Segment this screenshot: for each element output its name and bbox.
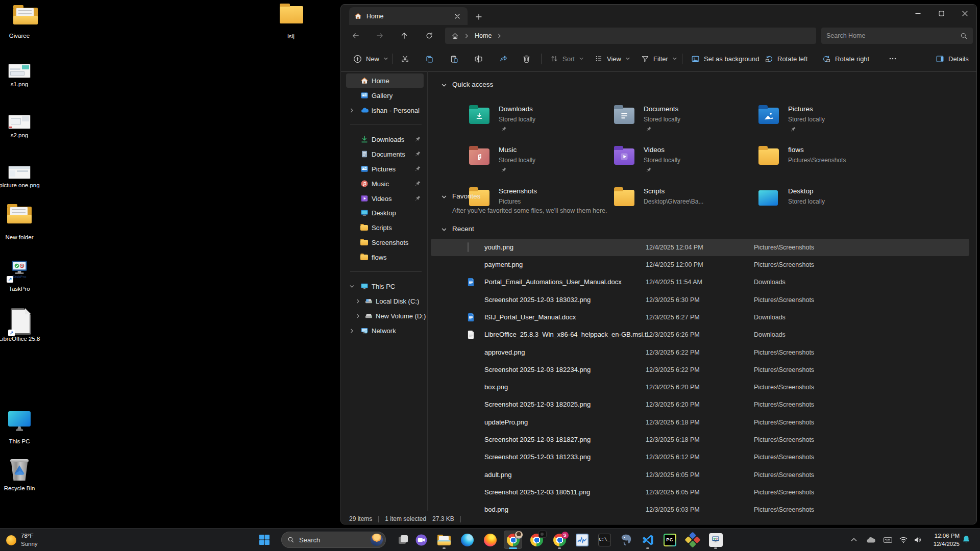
tile-flows[interactable]: flows Pictures\Screenshots <box>755 144 894 179</box>
taskbar-file-explorer[interactable] <box>435 531 453 549</box>
recent-file-row[interactable]: Screenshot 2025-12-03 183032.png 12/3/20… <box>431 291 969 309</box>
view-button[interactable]: View <box>590 50 635 67</box>
sidebar-item-local-disk-c[interactable]: Local Disk (C:) <box>346 294 424 308</box>
chevron-down-icon[interactable] <box>441 82 447 88</box>
up-button[interactable] <box>397 28 412 43</box>
sidebar-item-screenshots[interactable]: Screenshots <box>346 235 424 249</box>
back-button[interactable] <box>348 28 363 43</box>
sidebar-item-documents[interactable]: Documents <box>346 147 424 161</box>
sidebar-item-home[interactable]: Home <box>346 73 424 88</box>
explorer-tab-home[interactable]: Home <box>349 7 468 25</box>
notification-bell-icon[interactable] <box>962 535 971 544</box>
taskbar-postgresql[interactable] <box>617 531 635 549</box>
sidebar-divider[interactable] <box>427 71 428 511</box>
sidebar-item-scripts[interactable]: Scripts <box>346 220 424 235</box>
close-button[interactable] <box>953 5 976 22</box>
task-view-button[interactable] <box>394 531 412 549</box>
tab-close-button[interactable] <box>452 11 462 21</box>
search-icon[interactable] <box>960 32 968 40</box>
sidebar-item-downloads[interactable]: Downloads <box>346 132 424 146</box>
search-box[interactable]: Search Home <box>821 28 973 44</box>
taskbar-pycharm[interactable]: PC <box>660 531 679 549</box>
wifi-icon[interactable] <box>899 535 908 544</box>
sidebar-item-music[interactable]: Music <box>346 177 424 191</box>
tile-screenshots[interactable]: Screenshots Pictures <box>466 186 605 220</box>
sidebar-item-this-pc[interactable]: This PC <box>346 279 424 293</box>
new-tab-button[interactable] <box>473 11 485 23</box>
recent-file-row[interactable]: LibreOffice_25.8.3_Win_x86-64_helppack_e… <box>431 326 969 343</box>
chevron-down-icon[interactable] <box>441 227 447 233</box>
sidebar-item-flows[interactable]: flows <box>346 250 424 264</box>
sidebar-item-desktop[interactable]: Desktop <box>346 206 424 220</box>
taskbar-chat-app[interactable] <box>412 531 430 549</box>
sidebar-item-gallery[interactable]: Gallery <box>346 88 424 103</box>
desktop-icon-new-folder[interactable]: New folder <box>0 201 39 238</box>
breadcrumb-item-home[interactable]: Home <box>475 32 492 39</box>
recent-file-row[interactable]: adult.png 12/3/2025 6:05 PM Pictures\Scr… <box>431 466 969 484</box>
chevron-down-icon[interactable] <box>349 284 355 289</box>
recent-file-row[interactable]: approved.png 12/3/2025 6:22 PM Pictures\… <box>431 344 969 361</box>
tray-expand-button[interactable] <box>849 535 859 544</box>
recent-file-row[interactable]: Screenshot 2025-12-03 182234.png 12/3/20… <box>431 361 969 379</box>
recent-file-row[interactable]: box.png 12/3/2025 6:20 PM Pictures\Scree… <box>431 379 969 396</box>
delete-button[interactable] <box>517 50 536 67</box>
tile-music[interactable]: Music Stored locally <box>466 144 605 179</box>
minimize-button[interactable] <box>906 5 929 22</box>
tile-videos[interactable]: Videos Stored locally <box>611 144 750 179</box>
tile-downloads[interactable]: Downloads Stored locally <box>466 104 605 138</box>
cut-button[interactable] <box>395 50 414 67</box>
sidebar-item-pictures[interactable]: Pictures <box>346 162 424 176</box>
recent-file-row[interactable]: youth.png 12/4/2025 12:04 PM Pictures\Sc… <box>431 239 969 256</box>
desktop-icon-taskpro[interactable]: TaskPro ↗ TaskPro <box>0 257 39 294</box>
tile-desktop[interactable]: Desktop Stored locally <box>755 186 894 220</box>
taskbar-chrome-profile2[interactable] <box>527 531 546 549</box>
maximize-button[interactable] <box>929 5 953 22</box>
desktop-icon-this-pc[interactable]: This PC <box>0 408 39 445</box>
recent-file-row[interactable]: Screenshot 2025-12-03 182025.png 12/3/20… <box>431 396 969 413</box>
chevron-right-icon[interactable] <box>349 108 355 113</box>
paste-button[interactable] <box>444 50 463 67</box>
tile-scripts[interactable]: Scripts Desktop\Givaree\Ba... <box>611 186 750 220</box>
details-pane-button[interactable]: Details <box>930 50 974 67</box>
recent-file-row[interactable]: Screenshot 2025-12-03 181233.png 12/3/20… <box>431 448 969 466</box>
recent-file-row[interactable]: Screenshot 2025-12-03 181827.png 12/3/20… <box>431 431 969 448</box>
taskbar-task-manager[interactable] <box>573 531 591 549</box>
tile-pictures[interactable]: Pictures Stored locally <box>755 104 894 138</box>
volume-icon[interactable] <box>913 535 922 544</box>
touch-keyboard-icon[interactable] <box>883 535 893 545</box>
filter-button[interactable]: Filter <box>636 50 682 67</box>
desktop-icon-isij[interactable]: isij <box>272 4 310 37</box>
desktop-icon-recycle-bin[interactable]: Recycle Bin <box>0 456 39 493</box>
recent-file-row[interactable]: payment.png 12/4/2025 12:00 PM Pictures\… <box>431 256 969 273</box>
more-options-button[interactable] <box>883 50 902 67</box>
rename-button[interactable] <box>469 50 488 67</box>
desktop-icon-s2[interactable]: s2.png <box>0 113 39 144</box>
taskbar-chrome-profile3[interactable]: S <box>550 531 569 549</box>
rotate-right-button[interactable]: Rotate right <box>817 50 874 67</box>
onedrive-tray-icon[interactable] <box>866 535 876 545</box>
desktop-icon-givaree[interactable]: Givaree <box>0 4 39 37</box>
sidebar-item-onedrive[interactable]: ishan - Personal <box>346 103 424 117</box>
desktop-icon-libreoffice[interactable]: ↗ LibreOffice 25.8 <box>0 306 39 350</box>
refresh-button[interactable] <box>422 28 437 43</box>
section-header-recent[interactable]: Recent <box>452 225 474 233</box>
taskbar-chrome-profile1[interactable] <box>504 531 522 549</box>
recent-file-row[interactable]: updatePro.png 12/3/2025 6:18 PM Pictures… <box>431 414 969 431</box>
sidebar-item-videos[interactable]: Videos <box>346 191 424 206</box>
rotate-left-button[interactable]: Rotate left <box>760 50 813 67</box>
share-button[interactable] <box>494 50 513 67</box>
recent-file-row[interactable]: Screenshot 2025-12-03 180511.png 12/3/20… <box>431 484 969 501</box>
desktop-icon-picture-one[interactable]: picture one.png <box>0 164 39 201</box>
new-button[interactable]: New <box>348 50 394 67</box>
breadcrumb-home-icon[interactable] <box>451 32 459 40</box>
chevron-right-icon[interactable] <box>349 328 355 334</box>
tray-clock[interactable]: 12:06 PM 12/4/2025 <box>923 532 960 548</box>
sort-button[interactable]: Sort <box>545 50 589 67</box>
breadcrumb[interactable]: Home <box>445 28 816 44</box>
set-as-background-button[interactable]: Set as background <box>686 50 764 67</box>
weather-widget[interactable]: 78°F Sunny <box>6 532 38 548</box>
copy-button[interactable] <box>420 50 439 67</box>
tile-documents[interactable]: Documents Stored locally <box>611 104 750 138</box>
sidebar-item-network[interactable]: Network <box>346 323 424 338</box>
section-header-quick-access[interactable]: Quick access <box>452 81 493 88</box>
